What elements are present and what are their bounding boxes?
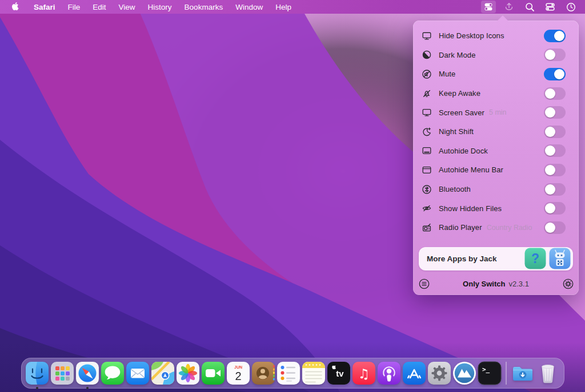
toggle-switch[interactable] bbox=[544, 30, 566, 42]
toggle-switch[interactable] bbox=[544, 87, 566, 100]
svg-text:JUN: JUN bbox=[234, 365, 242, 369]
dock-icon-launchpad[interactable] bbox=[50, 361, 74, 385]
switch-label: Bluetooth bbox=[439, 185, 471, 193]
display-icon bbox=[421, 30, 432, 42]
switch-row-screen-saver[interactable]: Screen Saver 5 min bbox=[413, 103, 579, 122]
toggle-knob bbox=[545, 146, 555, 156]
menu-item-window[interactable]: Window bbox=[229, 3, 269, 11]
running-indicator-dot bbox=[86, 387, 89, 389]
switch-row-hide-desktop-icons[interactable]: Hide Desktop Icons bbox=[413, 26, 579, 46]
switch-sub-label: Country Radio bbox=[487, 224, 532, 232]
toggle-switch[interactable] bbox=[544, 68, 566, 80]
switch-row-bluetooth[interactable]: Bluetooth bbox=[413, 180, 579, 199]
switch-row-show-hidden-files[interactable]: Show Hidden Files bbox=[413, 199, 579, 218]
dock-icon-trash[interactable] bbox=[536, 361, 560, 385]
toggle-switch[interactable] bbox=[544, 164, 566, 176]
switch-row-night-shift[interactable]: Night Shift bbox=[413, 122, 579, 142]
dock-icon-app-store[interactable] bbox=[402, 361, 426, 385]
switch-label: Mute bbox=[439, 70, 455, 78]
only-switch-menu-icon[interactable] bbox=[481, 1, 496, 13]
apple-menu[interactable] bbox=[7, 0, 27, 14]
dock-icon-contacts[interactable] bbox=[251, 361, 275, 385]
autohide-menubar-icon bbox=[421, 164, 432, 176]
toggle-knob bbox=[554, 31, 564, 41]
menu-item-view[interactable]: View bbox=[113, 3, 142, 11]
dock: JUN2tv♫>_ bbox=[21, 358, 564, 389]
contrast-icon bbox=[421, 49, 432, 60]
switch-row-autohide-menu-bar[interactable]: Autohide Menu Bar bbox=[413, 160, 579, 180]
dock-separator bbox=[506, 362, 507, 385]
toggle-switch[interactable] bbox=[544, 49, 566, 61]
switch-row-autohide-dock[interactable]: Autohide Dock bbox=[413, 142, 579, 161]
toggle-knob bbox=[545, 50, 555, 60]
switch-row-dark-mode[interactable]: Dark Mode bbox=[413, 46, 579, 65]
dropover-icon[interactable] bbox=[502, 1, 516, 13]
dock-icon-reminders[interactable] bbox=[277, 361, 300, 385]
switch-row-radio-player[interactable]: Radio Player Country Radio bbox=[413, 218, 579, 237]
toggle-knob bbox=[545, 127, 555, 137]
menu-item-help[interactable]: Help bbox=[269, 3, 298, 11]
toggle-knob bbox=[545, 184, 555, 195]
switch-label: Dark Mode bbox=[439, 51, 475, 59]
switch-row-keep-awake[interactable]: Keep Awake bbox=[413, 84, 579, 103]
menu-item-history[interactable]: History bbox=[142, 3, 178, 11]
menu-item-file[interactable]: File bbox=[62, 3, 87, 11]
dock-icon-mountain-app[interactable] bbox=[452, 361, 476, 385]
app-version: v2.3.1 bbox=[508, 280, 528, 288]
eye-slash-icon bbox=[421, 203, 432, 214]
menu-item-bookmarks[interactable]: Bookmarks bbox=[178, 3, 230, 11]
toggle-switch[interactable] bbox=[544, 202, 566, 215]
dock-icon-messages[interactable] bbox=[101, 361, 125, 385]
spotlight-search-icon[interactable] bbox=[522, 1, 537, 13]
dock-icon-notes[interactable] bbox=[302, 361, 326, 385]
dock-icon-tv[interactable]: tv bbox=[327, 361, 351, 385]
toggle-switch[interactable] bbox=[544, 144, 566, 157]
svg-text:?: ? bbox=[531, 251, 539, 266]
switch-label: Screen Saver bbox=[439, 108, 484, 117]
dock-icon-music[interactable]: ♫ bbox=[352, 361, 376, 385]
dock-icon-safari[interactable] bbox=[75, 361, 99, 385]
only-switch-panel: Hide Desktop Icons Dark Mode Mute Keep A… bbox=[413, 21, 579, 295]
toggle-switch[interactable] bbox=[544, 221, 566, 234]
svg-text:♫: ♫ bbox=[358, 366, 370, 381]
robot-qr-app-icon[interactable] bbox=[549, 248, 571, 269]
night-shift-icon bbox=[421, 126, 432, 138]
question-app-icon[interactable]: ? bbox=[524, 248, 546, 269]
toggle-knob bbox=[545, 165, 555, 175]
toggle-switch[interactable] bbox=[544, 106, 566, 119]
dock-icon-mail[interactable] bbox=[126, 361, 150, 385]
dock-icon-finder[interactable] bbox=[25, 361, 49, 385]
control-center-icon[interactable] bbox=[543, 1, 558, 13]
menu-item-edit[interactable]: Edit bbox=[86, 3, 112, 11]
more-apps-button[interactable]: More Apps by Jack ? bbox=[419, 247, 573, 271]
dock-icon-system-preferences[interactable] bbox=[427, 361, 451, 385]
app-name: Only Switch bbox=[463, 280, 505, 288]
active-app-menu[interactable]: Safari bbox=[27, 3, 62, 11]
switch-label: Autohide Dock bbox=[439, 147, 488, 155]
menu-list-button[interactable] bbox=[418, 278, 430, 290]
autohide-dock-icon bbox=[421, 145, 432, 156]
dock-icon-maps[interactable] bbox=[151, 361, 175, 385]
toggle-switch[interactable] bbox=[544, 183, 566, 196]
screensaver-icon bbox=[421, 107, 432, 118]
toggle-knob bbox=[545, 223, 555, 233]
switch-sub-label: 5 min bbox=[489, 108, 507, 116]
settings-button[interactable] bbox=[562, 278, 574, 290]
switch-row-mute[interactable]: Mute bbox=[413, 64, 579, 84]
menu-bar: Safari FileEditViewHistoryBookmarksWindo… bbox=[0, 0, 585, 14]
dock-icon-facetime[interactable] bbox=[201, 361, 225, 385]
mute-icon bbox=[421, 68, 432, 80]
dock-icon-calendar[interactable]: JUN2 bbox=[226, 361, 250, 385]
gear-icon bbox=[563, 278, 574, 289]
svg-text:2: 2 bbox=[235, 370, 241, 382]
dock-icon-downloads[interactable] bbox=[511, 361, 535, 385]
switch-label: Hide Desktop Icons bbox=[439, 31, 504, 40]
dock-icon-podcasts[interactable] bbox=[377, 361, 401, 385]
toggle-switch[interactable] bbox=[544, 126, 566, 138]
radio-icon bbox=[421, 222, 432, 233]
dock-icon-photos[interactable] bbox=[176, 361, 200, 385]
switch-label: Keep Awake bbox=[439, 89, 480, 98]
dock-icon-terminal[interactable]: >_ bbox=[478, 361, 502, 385]
clock-icon[interactable] bbox=[563, 1, 578, 13]
switch-label: Autohide Menu Bar bbox=[439, 165, 503, 174]
